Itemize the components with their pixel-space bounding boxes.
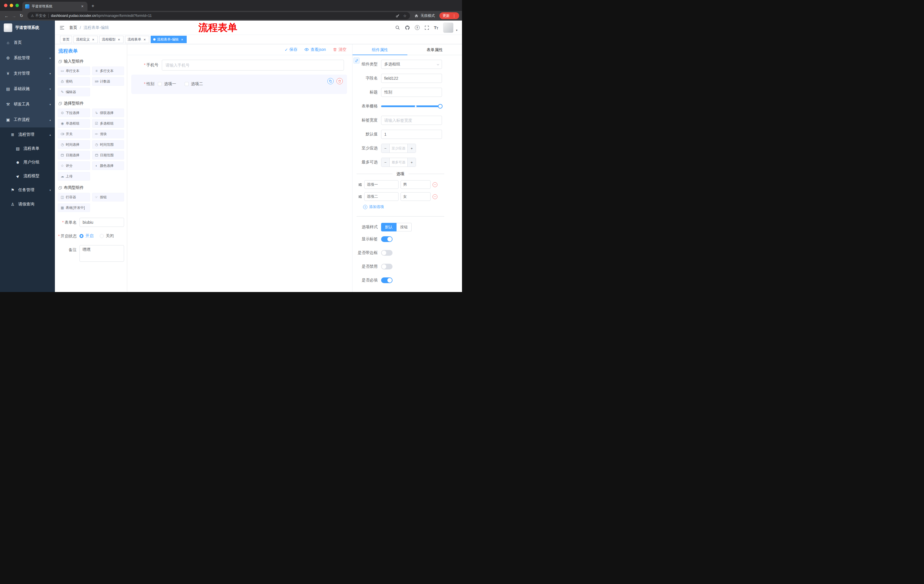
required-switch[interactable] <box>381 277 393 283</box>
minimize-window-button[interactable] <box>10 4 13 7</box>
option-style-button-button[interactable]: 按钮 <box>396 223 412 232</box>
drag-handle-icon[interactable] <box>358 194 362 199</box>
search-icon[interactable] <box>395 25 400 30</box>
form-name-input[interactable] <box>79 218 124 227</box>
status-on-radio[interactable]: 开启 <box>79 234 94 239</box>
tab-component-props[interactable]: 组件属性 <box>353 44 408 55</box>
sidebar-item-home[interactable]: 首页 <box>0 35 55 50</box>
decrease-button[interactable]: − <box>381 158 390 166</box>
address-bar[interactable]: ⚠ 不安全 dashboard.yudao.iocoder.cn/bpm/man… <box>28 12 410 20</box>
clear-button[interactable]: 清空 <box>333 47 346 52</box>
field-name-input[interactable] <box>381 74 442 83</box>
close-tag-icon[interactable]: × <box>117 38 121 42</box>
option-label-input[interactable] <box>364 180 399 189</box>
tag-process-form-edit[interactable]: 流程表单-编辑 × <box>151 36 187 43</box>
palette-item-checkbox-group[interactable]: 多选框组 <box>92 119 124 128</box>
forward-button[interactable]: → <box>10 13 18 18</box>
palette-item-rate[interactable]: 评分 <box>58 161 90 170</box>
delete-widget-button[interactable] <box>337 78 343 84</box>
fullscreen-icon[interactable] <box>424 25 429 30</box>
sidebar-item-infrastructure[interactable]: 基础设施 ▾ <box>0 81 55 97</box>
min-select-input[interactable] <box>390 144 408 153</box>
close-window-button[interactable] <box>4 4 7 7</box>
close-tag-icon[interactable]: × <box>143 38 147 42</box>
sidebar-item-system[interactable]: 系统管理 ▾ <box>0 50 55 66</box>
border-switch[interactable] <box>381 250 393 256</box>
font-size-icon[interactable]: TT <box>434 25 438 30</box>
link-icon[interactable] <box>353 58 360 64</box>
close-tag-icon[interactable]: × <box>91 38 95 42</box>
palette-item-radio-group[interactable]: 单选框组 <box>58 119 90 128</box>
remove-option-button[interactable]: − <box>432 194 437 199</box>
sidebar-item-user-group[interactable]: 用户分组 <box>0 155 55 169</box>
increase-button[interactable]: + <box>408 144 416 153</box>
help-icon[interactable]: ? <box>415 25 420 30</box>
sidebar-item-dev-tools[interactable]: 研发工具 ▾ <box>0 97 55 112</box>
github-icon[interactable] <box>405 25 410 30</box>
avatar[interactable] <box>443 23 454 33</box>
option-value-input[interactable] <box>401 192 431 201</box>
tag-process-form[interactable]: 流程表单 × <box>125 36 149 43</box>
checkbox-option-1[interactable]: 选项一 <box>158 81 176 87</box>
palette-item-date-range[interactable]: 日期范围 <box>92 151 124 160</box>
add-option-button[interactable]: + 添加选项 <box>363 204 462 209</box>
slider-handle[interactable] <box>438 104 442 109</box>
palette-item-row-container[interactable]: 行容器 <box>58 193 90 201</box>
palette-item-button[interactable]: 按钮 <box>92 193 124 201</box>
sidebar-item-process-manage[interactable]: 流程管理 ▴ <box>0 127 55 142</box>
palette-item-cascader[interactable]: 级联选择 <box>92 109 124 117</box>
browser-update-button[interactable]: 更新 ⋮ <box>439 12 459 19</box>
tag-process-definition[interactable]: 流程定义 × <box>73 36 98 43</box>
option-value-input[interactable] <box>401 180 431 189</box>
back-button[interactable]: ← <box>3 13 10 18</box>
max-select-input[interactable] <box>390 158 408 166</box>
palette-item-switch[interactable]: 开关 <box>58 130 90 138</box>
close-tab-icon[interactable]: × <box>80 4 85 8</box>
option-style-default-button[interactable]: 默认 <box>381 223 396 232</box>
palette-item-editor[interactable]: 编辑器 <box>58 88 90 96</box>
default-value-input[interactable] <box>381 130 442 139</box>
palette-item-select[interactable]: 下拉选择 <box>58 109 90 117</box>
password-key-icon[interactable] <box>395 14 400 18</box>
bookmark-star-icon[interactable]: ☆ <box>403 14 406 18</box>
palette-item-time-picker[interactable]: 时间选择 <box>58 140 90 149</box>
tag-process-model[interactable]: 流程模型 × <box>99 36 124 43</box>
phone-input[interactable] <box>162 60 344 71</box>
palette-item-slider[interactable]: 滑块 <box>92 130 124 138</box>
increase-button[interactable]: + <box>408 158 416 166</box>
decrease-button[interactable]: − <box>381 144 390 153</box>
new-tab-button[interactable]: + <box>91 3 94 9</box>
palette-item-table[interactable]: 表格[开发中] <box>58 204 90 212</box>
remark-textarea[interactable]: 嘿嘿 <box>79 245 124 262</box>
title-input[interactable] <box>381 88 442 97</box>
copy-widget-button[interactable] <box>327 78 333 84</box>
palette-item-upload[interactable]: 上传 <box>58 172 90 181</box>
sidebar-item-payment[interactable]: 支付管理 ▾ <box>0 66 55 81</box>
save-button[interactable]: ✓ 保存 <box>285 47 298 52</box>
browser-tab[interactable]: 芋道管理系统 × <box>22 2 87 11</box>
palette-item-password[interactable]: 密码 <box>58 77 90 86</box>
breadcrumb-home[interactable]: 首页 <box>69 25 77 30</box>
sidebar-item-task-manage[interactable]: 任务管理 ▾ <box>0 183 55 197</box>
option-label-input[interactable] <box>364 192 399 201</box>
drag-handle-icon[interactable] <box>358 183 362 187</box>
palette-item-color-picker[interactable]: 颜色选择 <box>92 161 124 170</box>
grid-slider[interactable] <box>381 102 442 111</box>
view-json-button[interactable]: 查看json <box>304 47 326 52</box>
tab-form-props[interactable]: 表单属性 <box>408 44 462 55</box>
sidebar-item-process-model[interactable]: 流程模型 <box>0 169 55 183</box>
collapse-sidebar-icon[interactable] <box>59 25 64 30</box>
status-off-radio[interactable]: 关闭 <box>100 234 114 239</box>
sidebar-item-process-form[interactable]: 流程表单 <box>0 142 55 155</box>
tag-home[interactable]: 首页 <box>60 36 72 43</box>
sidebar-item-workflow[interactable]: 工作流程 ▴ <box>0 112 55 127</box>
avatar-caret-icon[interactable]: ▾ <box>456 29 457 33</box>
component-type-select[interactable]: 多选框组 <box>381 60 442 69</box>
reload-button[interactable]: ↻ <box>18 13 25 18</box>
show-label-switch[interactable] <box>381 236 393 242</box>
sidebar-item-leave-query[interactable]: 请假查询 <box>0 197 55 211</box>
palette-item-textarea[interactable]: 多行文本 <box>92 67 124 75</box>
palette-item-counter[interactable]: 计数器 <box>92 77 124 86</box>
selected-widget-gender[interactable]: *性别 选项一 选项二 <box>131 74 347 94</box>
phone-field-row[interactable]: *手机号 <box>131 60 347 71</box>
